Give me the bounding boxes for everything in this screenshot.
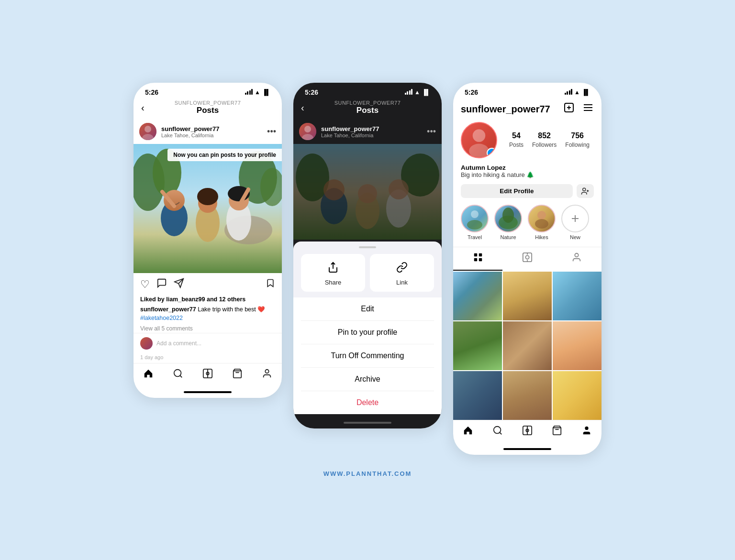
- stat-posts[interactable]: 54 Posts: [509, 132, 523, 149]
- signal-icon-2: [405, 89, 413, 96]
- story-label-travel: Travel: [468, 234, 482, 240]
- profile-tab-3[interactable]: [581, 425, 592, 439]
- stats-grid: 54 Posts 852 Followers 756 Following: [505, 132, 594, 149]
- story-label-new: New: [570, 234, 580, 240]
- nav-username-2: SUNFLOWER_POWER77: [334, 100, 401, 106]
- status-bar-1: 5:26 ▲ ▐▌: [134, 83, 282, 98]
- comment-placeholder-1[interactable]: Add a comment...: [156, 340, 275, 347]
- profile-username-title: sunflower_power77: [461, 104, 550, 115]
- posts-count: 54: [509, 132, 523, 140]
- phone-2: 5:26 ▲ ▐▌ ‹ SUNFLOWER_POWER77 Pos: [293, 83, 442, 428]
- search-tab-3[interactable]: [492, 425, 503, 439]
- svg-point-72: [575, 253, 579, 257]
- status-bar-3: 5:26 ▲ ▐▌: [453, 83, 601, 98]
- svg-rect-64: [474, 253, 477, 256]
- svg-point-79: [585, 427, 588, 430]
- dark-overlay: [293, 144, 442, 240]
- caption-username-1: sunflower_power77: [140, 306, 196, 313]
- caption-text-1: Lake trip with the best ❤️: [198, 306, 265, 313]
- wifi-icon-3: ▲: [574, 89, 580, 96]
- turn-off-commenting-item[interactable]: Turn Off Commenting: [301, 344, 434, 368]
- svg-point-50: [583, 188, 586, 191]
- link-icon-button[interactable]: Link: [370, 254, 434, 292]
- link-chain-icon: [396, 262, 408, 276]
- grid-cell-5[interactable]: [503, 321, 552, 370]
- grid-cell-2[interactable]: [503, 272, 552, 320]
- new-post-icon[interactable]: [563, 102, 575, 116]
- stat-following[interactable]: 756 Following: [565, 132, 590, 149]
- phones-container: 5:26 ▲ ▐▌ ‹ SUNFLOWER_POWER77 Pos: [134, 83, 601, 455]
- timestamp-1: 1 day ago: [134, 354, 282, 363]
- time-3: 5:26: [465, 88, 478, 96]
- archive-item[interactable]: Archive: [301, 368, 434, 391]
- post-image-container-2: [293, 144, 442, 240]
- nav-bar-1: ‹ SUNFLOWER_POWER77 Posts: [134, 98, 282, 119]
- nav-title-2: Posts: [334, 106, 401, 115]
- story-circle-nature: [494, 205, 522, 232]
- comment-button-1[interactable]: [156, 278, 167, 291]
- photo-grid: [453, 272, 601, 420]
- profile-tab-1[interactable]: [262, 368, 272, 382]
- comments-link-1[interactable]: View all 5 comments: [134, 324, 282, 333]
- post-header-2: sunflower_power77 Lake Tahoe, California…: [293, 119, 442, 144]
- bottom-nav-3: [453, 420, 601, 445]
- like-button-1[interactable]: ♡: [140, 278, 150, 291]
- likes-text-1: Liked by liam_beanz99 and 12 others: [140, 296, 245, 303]
- pin-banner: Now you can pin posts to your profile: [167, 149, 282, 161]
- tab-grid[interactable]: [453, 247, 502, 271]
- wifi-icon-2: ▲: [414, 89, 420, 96]
- story-label-nature: Nature: [500, 234, 516, 240]
- caption-1: sunflower_power77 Lake trip with the bes…: [134, 305, 282, 324]
- story-travel[interactable]: Travel: [461, 205, 489, 240]
- grid-cell-3[interactable]: [553, 272, 601, 320]
- following-count: 756: [565, 132, 590, 140]
- grid-cell-9[interactable]: [553, 371, 601, 420]
- tab-tagged[interactable]: [552, 247, 601, 271]
- stat-followers[interactable]: 852 Followers: [532, 132, 557, 149]
- add-story-icon[interactable]: +: [487, 148, 497, 158]
- svg-rect-66: [474, 258, 477, 261]
- story-new[interactable]: New: [561, 205, 589, 240]
- grid-cell-8[interactable]: [503, 371, 552, 420]
- home-tab-1[interactable]: [143, 368, 154, 382]
- grid-cell-1[interactable]: [453, 272, 502, 320]
- bio-text: Big into hiking & nature 🌲: [461, 171, 594, 178]
- share-button-1[interactable]: [174, 278, 184, 291]
- suggest-people-button[interactable]: [577, 184, 594, 198]
- svg-point-69: [525, 255, 529, 259]
- group-photo-bg: [134, 144, 282, 273]
- svg-point-27: [265, 370, 268, 373]
- home-tab-3[interactable]: [463, 425, 473, 439]
- shop-tab-3[interactable]: [552, 425, 562, 439]
- reels-tab-3[interactable]: [522, 425, 533, 439]
- back-button-1[interactable]: ‹: [141, 102, 145, 113]
- story-circle-hikes: [528, 205, 556, 232]
- share-icon-button[interactable]: Share: [301, 254, 365, 292]
- delete-item[interactable]: Delete: [301, 391, 434, 414]
- edit-item[interactable]: Edit: [301, 297, 434, 321]
- grid-cell-7[interactable]: [453, 371, 502, 420]
- bookmark-button-1[interactable]: [266, 278, 275, 291]
- profile-bio: Autumn Lopez Big into hiking & nature 🌲: [453, 164, 601, 184]
- search-tab-1[interactable]: [173, 368, 183, 382]
- grid-cell-6[interactable]: [553, 321, 601, 370]
- post-image-1: Now you can pin posts to your profile: [134, 144, 282, 273]
- time-1: 5:26: [145, 88, 158, 96]
- reels-tab-1[interactable]: [202, 368, 213, 382]
- pin-to-profile-item[interactable]: Pin to your profile: [301, 321, 434, 344]
- menu-icon-3[interactable]: [582, 102, 594, 116]
- tab-reels[interactable]: [502, 247, 552, 271]
- back-button-2[interactable]: ‹: [301, 102, 304, 113]
- edit-profile-button[interactable]: Edit Profile: [461, 184, 573, 198]
- svg-line-74: [500, 432, 501, 434]
- likes-row-1: Liked by liam_beanz99 and 12 others: [134, 296, 282, 305]
- post-location-2: Lake Tahoe, California: [321, 132, 422, 138]
- story-hikes[interactable]: Hikes: [528, 205, 556, 240]
- more-options-2[interactable]: •••: [427, 127, 436, 137]
- grid-cell-4[interactable]: [453, 321, 502, 370]
- status-icons-2: ▲ ▐▌: [405, 89, 430, 96]
- post-username-1: sunflower_power77: [161, 125, 262, 132]
- story-nature[interactable]: Nature: [494, 205, 522, 240]
- shop-tab-1[interactable]: [232, 368, 243, 382]
- more-options-1[interactable]: •••: [267, 127, 276, 137]
